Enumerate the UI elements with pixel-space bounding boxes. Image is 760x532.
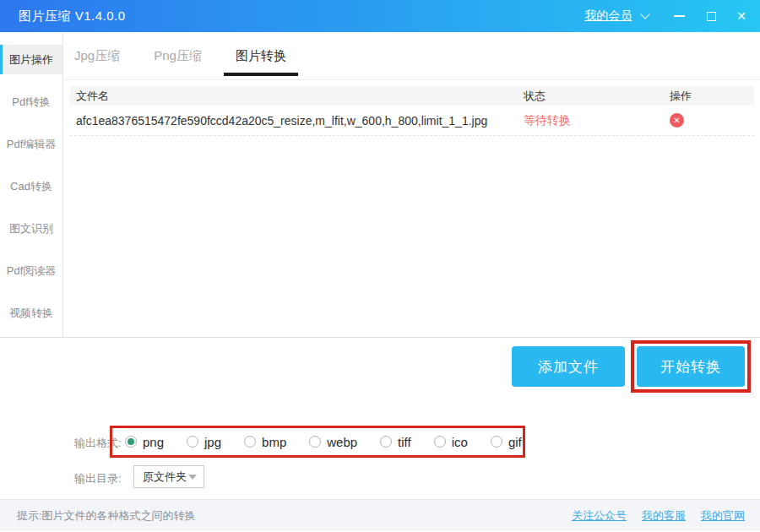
tab-bar: Jpg压缩 Png压缩 图片转换 <box>63 32 760 80</box>
main-panel: Jpg压缩 Png压缩 图片转换 文件名 状态 操作 afc1ea8376515… <box>63 32 760 337</box>
output-dir-select[interactable]: 原文件夹 <box>133 465 204 488</box>
sidebar-item-pdf-convert[interactable]: Pdf转换 <box>0 87 62 117</box>
sidebar-item-video-convert[interactable]: 视频转换 <box>0 298 62 328</box>
status-links: 关注公众号 我的客服 我的官网 <box>572 508 745 524</box>
header-action: 操作 <box>670 89 754 104</box>
app-title: 图片压缩 V1.4.0.0 <box>19 8 126 24</box>
member-link[interactable]: 我的会员 <box>584 8 632 24</box>
radio-png[interactable]: png <box>125 435 164 449</box>
radio-label: tiff <box>398 435 411 449</box>
radio-label: gif <box>508 435 522 449</box>
radio-webp[interactable]: webp <box>309 435 357 449</box>
status-tip: 提示:图片文件的各种格式之间的转换 <box>17 508 196 524</box>
file-table: 文件名 状态 操作 afc1ea8376515472fe590fccd42a20… <box>70 86 754 136</box>
app-body: 图片操作 Pdf转换 Pdf编辑器 Cad转换 图文识别 Pdf阅读器 视频转换… <box>0 32 760 338</box>
sidebar-item-pdf-editor[interactable]: Pdf编辑器 <box>0 129 62 159</box>
tab-png-compress[interactable]: Png压缩 <box>154 32 202 79</box>
action-cell: ✕ <box>670 113 754 128</box>
radio-circle-icon <box>125 436 137 448</box>
link-customer-service[interactable]: 我的客服 <box>642 508 686 524</box>
file-name: afc1ea8376515472fe590fccd42a20c5_resize,… <box>70 114 524 128</box>
status-bar: 提示:图片文件的各种格式之间的转换 关注公众号 我的客服 我的官网 <box>0 499 760 531</box>
sidebar-item-ocr[interactable]: 图文识别 <box>0 214 62 243</box>
sidebar-item-pdf-reader[interactable]: Pdf阅读器 <box>0 256 62 285</box>
sidebar-item-cad-convert[interactable]: Cad转换 <box>0 171 62 201</box>
titlebar-controls: 我的会员 ✕ <box>584 8 746 24</box>
sidebar: 图片操作 Pdf转换 Pdf编辑器 Cad转换 图文识别 Pdf阅读器 视频转换 <box>0 32 63 337</box>
table-header: 文件名 状态 操作 <box>70 86 754 106</box>
link-follow-wechat[interactable]: 关注公众号 <box>572 508 627 524</box>
minimize-icon[interactable] <box>674 15 685 17</box>
tab-image-convert[interactable]: 图片转换 <box>236 32 286 79</box>
radio-gif[interactable]: gif <box>491 435 522 449</box>
close-icon[interactable]: ✕ <box>736 10 746 22</box>
radio-jpg[interactable]: jpg <box>187 435 221 449</box>
tab-jpg-compress[interactable]: Jpg压缩 <box>74 32 120 79</box>
sidebar-item-image-ops[interactable]: 图片操作 <box>0 45 62 74</box>
start-convert-button[interactable]: 开始转换 <box>637 346 745 387</box>
remove-file-icon[interactable]: ✕ <box>670 113 684 128</box>
app-window: 图片压缩 V1.4.0.0 我的会员 ✕ 图片操作 Pdf转换 Pdf编辑器 C… <box>0 0 760 532</box>
radio-label: jpg <box>204 435 221 449</box>
radio-circle-icon <box>491 436 502 448</box>
radio-label: bmp <box>262 435 286 449</box>
maximize-icon[interactable] <box>707 12 716 21</box>
radio-circle-icon <box>434 436 446 448</box>
radio-circle-icon <box>309 436 321 448</box>
annotation-start-convert-highlight: 开始转换 <box>631 340 751 393</box>
output-dir-value: 原文件夹 <box>143 470 187 485</box>
radio-circle-icon <box>380 436 392 448</box>
chevron-down-icon[interactable] <box>641 9 650 19</box>
title-bar: 图片压缩 V1.4.0.0 我的会员 ✕ <box>0 0 760 32</box>
add-files-button[interactable]: 添加文件 <box>512 346 625 387</box>
radio-label: ico <box>452 435 468 449</box>
radio-bmp[interactable]: bmp <box>244 435 286 449</box>
output-dir-label: 输出目录: <box>74 471 122 486</box>
caret-down-icon <box>188 475 197 480</box>
radio-ico[interactable]: ico <box>434 435 468 449</box>
radio-label: png <box>143 435 164 449</box>
header-status: 状态 <box>524 89 670 104</box>
lower-section: 添加文件 开始转换 输出格式: png jpg bmp webp <box>0 338 760 499</box>
output-format-label: 输出格式: <box>74 436 122 451</box>
header-filename: 文件名 <box>70 89 524 104</box>
link-official-site[interactable]: 我的官网 <box>701 508 745 524</box>
radio-tiff[interactable]: tiff <box>380 435 411 449</box>
status-badge: 等待转换 <box>524 113 670 128</box>
radio-circle-icon <box>187 436 198 448</box>
radio-circle-icon <box>244 436 256 448</box>
output-format-radio-group: png jpg bmp webp tiff ico <box>125 431 522 453</box>
table-row: afc1ea8376515472fe590fccd42a20c5_resize,… <box>70 106 754 136</box>
radio-label: webp <box>327 435 357 449</box>
